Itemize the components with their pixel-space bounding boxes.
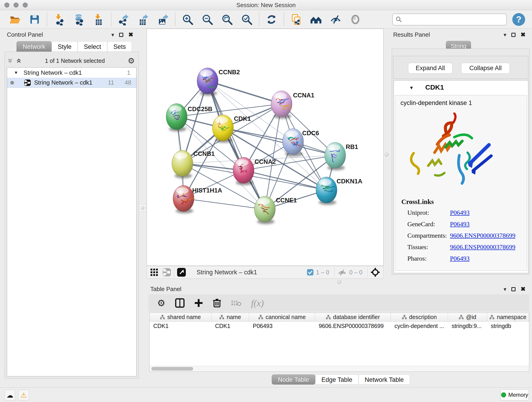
current-network-dot-icon — [10, 81, 14, 85]
network-node-CCNB2[interactable] — [197, 68, 218, 96]
scrollbar-thumb[interactable] — [152, 367, 193, 370]
column-header-shared-name[interactable]: shared name — [150, 313, 211, 321]
control-panel-title: Control Panel — [7, 31, 43, 38]
fit-selected-crosshair-icon[interactable] — [370, 268, 380, 277]
selected-checkbox-icon[interactable] — [307, 269, 314, 276]
results-panel-collapse-icon[interactable]: ▾ — [504, 32, 506, 38]
network-graph[interactable]: CCNB2CCNA1CDC25BCDK1CDC6RB1CCNB1CCNA2CDK… — [147, 29, 383, 266]
table-row[interactable]: CDK1CDK1P064939606.ENSP00000378699cyclin… — [150, 322, 529, 330]
table-options-gear-icon[interactable]: ⚙ — [157, 298, 165, 308]
zoom-out-button[interactable] — [197, 11, 217, 28]
results-panel-close-icon[interactable]: ✖ — [520, 31, 526, 38]
results-panel-maximize-icon[interactable] — [511, 33, 515, 37]
network-node-CCNA2[interactable] — [233, 157, 254, 185]
warnings-button[interactable]: ⚠ — [18, 390, 29, 400]
crosslink-link-tissues[interactable]: 9606.ENSP00000378699 — [450, 243, 515, 251]
network-selection-bar: 1 of 1 Network selected ⚙ — [7, 55, 137, 66]
network-options-gear-icon[interactable]: ⚙ — [128, 56, 135, 65]
network-collection-row[interactable]: ▼ String Network – cdk1 1 — [7, 68, 136, 78]
network-node-CCNE1[interactable] — [254, 196, 275, 224]
network-node-HIST1H1A[interactable] — [173, 185, 194, 213]
first-neighbors-button[interactable] — [306, 11, 326, 28]
table-cell[interactable]: CDK1 — [150, 322, 211, 330]
search-input[interactable] — [402, 15, 504, 24]
table-panel-collapse-icon[interactable]: ▾ — [504, 286, 506, 293]
column-header--id[interactable]: @id — [448, 313, 487, 321]
zoom-selected-button[interactable] — [237, 11, 257, 28]
tree-expanded-icon[interactable]: ▼ — [14, 70, 18, 75]
cloud-status-button[interactable]: ☁ — [5, 390, 15, 400]
tab-network-table[interactable]: Network Table — [359, 375, 410, 385]
table-cell[interactable]: cyclin-dependent ... — [391, 322, 448, 330]
import-network-file-button[interactable] — [50, 11, 69, 28]
table-panel-title: Table Panel — [150, 286, 181, 293]
create-column-plus-icon[interactable] — [194, 299, 203, 307]
tab-node-table[interactable]: Node Table — [272, 375, 315, 385]
apply-layout-button[interactable] — [262, 11, 281, 28]
collapse-all-icon[interactable] — [7, 57, 13, 64]
birdseye-view-icon[interactable] — [177, 268, 186, 277]
import-network-database-button[interactable] — [69, 11, 89, 28]
table-cell[interactable]: P06493 — [249, 322, 315, 330]
crosslink-link-pharos[interactable]: P06493 — [450, 255, 470, 262]
column-header-namespace[interactable]: namespace — [487, 313, 529, 321]
table-cell[interactable]: stringdb — [487, 322, 529, 330]
column-header-name[interactable]: name — [211, 313, 249, 321]
column-header-canonical-name[interactable]: canonical name — [249, 313, 315, 321]
export-network-button[interactable] — [114, 11, 133, 28]
crosslink-link-genecard[interactable]: P06493 — [450, 220, 470, 228]
string-view-icon[interactable] — [162, 268, 171, 277]
crosslink-link-compartments[interactable]: 9606.ENSP00000378699 — [450, 232, 515, 239]
column-header-description[interactable]: description — [391, 313, 448, 321]
expand-all-button[interactable]: Expand All — [408, 63, 452, 74]
show-all-button[interactable] — [346, 11, 365, 28]
control-panel-collapse-icon[interactable]: ▾ — [111, 32, 114, 38]
show-columns-icon[interactable] — [175, 298, 185, 308]
table-cell[interactable]: CDK1 — [211, 322, 249, 330]
horizontal-splitter-handle[interactable] — [337, 280, 341, 284]
network-node-CCNA1[interactable] — [271, 91, 292, 119]
new-network-from-selection-button[interactable] — [286, 11, 306, 28]
collapse-all-button[interactable]: Collapse All — [461, 63, 510, 74]
protein-name: CDK1 — [425, 83, 444, 91]
tab-select[interactable]: Select — [78, 41, 107, 52]
zoom-in-button[interactable] — [178, 11, 197, 28]
hide-selected-button[interactable] — [326, 11, 346, 28]
network-node-CDKN1A[interactable] — [316, 177, 337, 205]
table-panel-maximize-icon[interactable] — [511, 287, 515, 291]
edge-count: 48 — [125, 79, 131, 86]
network-node-CDK1[interactable] — [212, 115, 234, 143]
export-image-button[interactable] — [153, 11, 173, 28]
network-node-CCNB1[interactable] — [172, 150, 193, 178]
tab-edge-table[interactable]: Edge Table — [315, 375, 359, 385]
grid-view-icon[interactable] — [150, 268, 158, 276]
memory-button[interactable]: Memory — [500, 389, 529, 400]
export-table-button[interactable] — [133, 11, 153, 28]
crosslink-link-uniprot[interactable]: P06493 — [450, 209, 470, 216]
table-panel-close-icon[interactable]: ✖ — [520, 286, 526, 293]
left-splitter-handle[interactable] — [139, 204, 146, 211]
help-button[interactable]: ? — [512, 13, 525, 26]
save-session-button[interactable] — [25, 11, 44, 28]
tab-style[interactable]: Style — [51, 41, 78, 52]
network-node-RB1[interactable] — [325, 142, 346, 170]
delete-column-trash-icon[interactable] — [213, 298, 221, 308]
tab-sets[interactable]: Sets — [107, 41, 132, 52]
column-header-database-identifier[interactable]: database identifier — [315, 313, 391, 321]
control-panel-close-icon[interactable]: ✖ — [128, 31, 133, 38]
import-table-file-button[interactable] — [89, 11, 109, 28]
warning-icon: ⚠ — [21, 391, 27, 399]
table-horizontal-scrollbar[interactable] — [149, 366, 529, 372]
table-cell[interactable]: stringdb:9... — [448, 322, 487, 330]
network-node-CDC25B[interactable] — [166, 104, 187, 132]
network-canvas[interactable]: CCNB2CCNA1CDC25BCDK1CDC6RB1CCNB1CCNA2CDK… — [147, 29, 384, 266]
network-row-selected[interactable]: String Network – cdk1 11 48 — [7, 78, 136, 88]
expand-all-icon[interactable] — [16, 57, 22, 64]
control-panel-maximize-icon[interactable] — [119, 33, 123, 37]
protein-collapse-icon[interactable]: ▼ — [409, 85, 414, 90]
zoom-fit-button[interactable] — [217, 11, 237, 28]
right-splitter-handle[interactable] — [385, 153, 389, 157]
tab-network[interactable]: Network — [17, 41, 51, 52]
open-session-button[interactable] — [5, 11, 25, 28]
table-cell[interactable]: 9606.ENSP00000378699 — [315, 322, 391, 330]
